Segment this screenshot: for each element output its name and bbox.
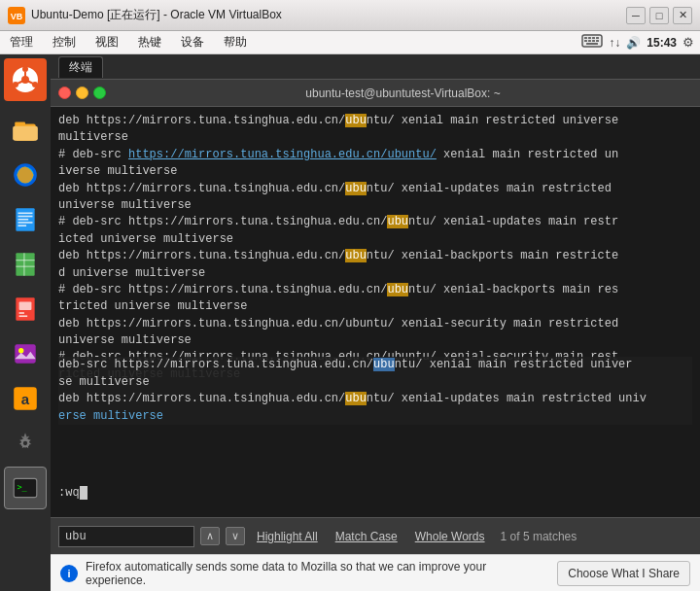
svg-rect-27	[18, 216, 33, 218]
sidebar-icon-amazon[interactable]: a	[4, 377, 47, 420]
menu-control[interactable]: 控制	[49, 32, 80, 52]
search-highlight-1: ubu	[345, 114, 367, 127]
main-area: 终端 ubuntu-test@ubuntutest-VirtualBox: ~ …	[51, 54, 700, 591]
choose-what-share-button[interactable]: Choose What I Share	[557, 561, 690, 586]
minimize-button[interactable]: ─	[626, 7, 646, 24]
sidebar-icon-image-viewer[interactable]	[4, 332, 47, 375]
search-highlight-4: ubu	[345, 249, 367, 262]
settings-icon[interactable]: ⚙	[682, 35, 694, 50]
svg-rect-7	[584, 40, 587, 42]
svg-point-14	[22, 66, 28, 72]
terminal-line-14: universe multiverse	[58, 332, 692, 349]
svg-rect-4	[588, 37, 591, 39]
sidebar-icon-files[interactable]	[4, 109, 47, 152]
sidebar-icon-settings[interactable]	[4, 422, 47, 465]
network-icon: ↑↓	[609, 36, 620, 50]
svg-rect-29	[18, 222, 33, 224]
whole-words-button[interactable]: Whole Words	[409, 527, 491, 546]
svg-rect-21	[15, 122, 25, 125]
close-button[interactable]: ✕	[673, 7, 692, 24]
sidebar-icon-ubuntu[interactable]	[4, 58, 47, 101]
terminal-line-4: iverse multiverse	[58, 163, 692, 180]
svg-rect-39	[15, 344, 35, 363]
firefox-info-icon: i	[60, 565, 78, 582]
svg-rect-5	[592, 37, 595, 39]
svg-rect-22	[13, 126, 38, 141]
terminal-close-btn[interactable]	[58, 87, 71, 99]
terminal-empty-5	[58, 451, 692, 468]
svg-rect-3	[584, 37, 587, 39]
app-body: a >_ 终端	[0, 54, 700, 591]
svg-text:VB: VB	[11, 12, 23, 21]
terminal-line-1: deb https://mirrors.tuna.tsinghua.edu.cn…	[58, 113, 692, 129]
window-title: Ubuntu-Demo [正在运行] - Oracle VM VirtualBo…	[31, 7, 626, 23]
volume-icon: 🔊	[626, 36, 641, 50]
find-input[interactable]	[58, 526, 194, 547]
search-highlight-3: ubu	[387, 215, 408, 228]
svg-rect-38	[19, 315, 28, 317]
terminal-line-3: # deb-src https://mirrors.tuna.tsinghua.…	[58, 147, 692, 163]
terminal-line-9: deb https://mirrors.tuna.tsinghua.edu.cn…	[58, 248, 692, 264]
terminal-minimize-btn[interactable]	[76, 87, 88, 99]
firefox-notification-text: Firefox automatically sends some data to…	[86, 560, 549, 587]
find-prev-button[interactable]: ∧	[200, 527, 220, 545]
window-controls: ─ □ ✕	[626, 7, 692, 24]
svg-point-40	[18, 348, 23, 353]
terminal-empty-6	[58, 468, 692, 484]
menu-view[interactable]: 视图	[91, 32, 122, 52]
svg-rect-30	[18, 225, 27, 226]
terminal-maximize-btn[interactable]	[93, 87, 106, 99]
terminal-cursor	[80, 486, 88, 500]
search-result-4: erse multiverse	[58, 408, 692, 425]
menu-help[interactable]: 帮助	[220, 32, 251, 52]
terminal-line-12: tricted universe multiverse	[58, 298, 692, 315]
svg-text:>_: >_	[17, 482, 27, 492]
svg-text:a: a	[21, 391, 30, 407]
search-result-1: deb-src https://mirrors.tuna.tsinghua.ed…	[58, 357, 692, 373]
terminal-content[interactable]: deb https://mirrors.tuna.tsinghua.edu.cn…	[51, 107, 700, 517]
terminal-line-5: deb https://mirrors.tuna.tsinghua.edu.cn…	[58, 181, 692, 197]
terminal-title: ubuntu-test@ubuntutest-VirtualBox: ~	[114, 87, 692, 100]
keyboard-status-icon	[581, 34, 603, 51]
svg-rect-10	[596, 40, 599, 42]
sidebar-icon-firefox[interactable]	[4, 154, 47, 196]
terminal-header: ubuntu-test@ubuntutest-VirtualBox: ~	[51, 80, 700, 107]
find-match-count: 1 of 5 matches	[501, 530, 578, 543]
highlight-all-button[interactable]: Highlight All	[251, 527, 324, 546]
svg-rect-26	[18, 213, 33, 215]
firefox-notification-bar: i Firefox automatically sends some data …	[51, 554, 700, 591]
svg-rect-37	[19, 312, 24, 314]
search-result-3: deb https://mirrors.tuna.tsinghua.edu.cn…	[58, 391, 692, 407]
sidebar-icon-terminal[interactable]: >_	[4, 467, 47, 509]
svg-rect-11	[586, 43, 598, 45]
svg-rect-28	[18, 219, 29, 221]
title-bar: VB Ubuntu-Demo [正在运行] - Oracle VM Virtua…	[0, 0, 700, 31]
svg-rect-36	[19, 302, 32, 311]
terminal-line-10: d universe multiverse	[58, 265, 692, 282]
find-bar: ∧ ∨ Highlight All Match Case Whole Words…	[51, 517, 700, 554]
terminal-empty-4	[58, 434, 692, 450]
menu-manage[interactable]: 管理	[6, 32, 37, 52]
result-highlight-2: ubu	[345, 392, 367, 405]
menu-devices[interactable]: 设备	[177, 32, 208, 52]
clock: 15:43	[647, 36, 677, 50]
link-text: https://mirrors.tuna.tsinghua.edu.cn/ubu…	[128, 148, 437, 161]
svg-point-45	[23, 441, 27, 445]
terminal-traffic-lights	[58, 87, 106, 99]
sidebar-icon-impress[interactable]	[4, 288, 47, 330]
sidebar-icon-writer[interactable]	[4, 198, 47, 241]
search-highlight-2: ubu	[345, 182, 367, 195]
maximize-button[interactable]: □	[649, 7, 669, 24]
terminal-tab[interactable]: 终端	[58, 56, 103, 78]
find-next-button[interactable]: ∨	[226, 527, 245, 545]
match-case-button[interactable]: Match Case	[330, 527, 403, 546]
terminal-line-8: icted universe multiverse	[58, 231, 692, 248]
terminal-line-6: universe multiverse	[58, 197, 692, 214]
menu-hotkeys[interactable]: 热键	[134, 32, 165, 52]
search-result-2: se multiverse	[58, 374, 692, 391]
app-icon: VB	[8, 7, 25, 24]
svg-rect-6	[596, 37, 599, 39]
menu-bar: 管理 控制 视图 热键 设备 帮助 ↑↓ 🔊 15:43 ⚙	[0, 31, 700, 54]
sidebar-icon-calc[interactable]	[4, 243, 47, 286]
search-highlight-5: ubu	[387, 283, 408, 296]
